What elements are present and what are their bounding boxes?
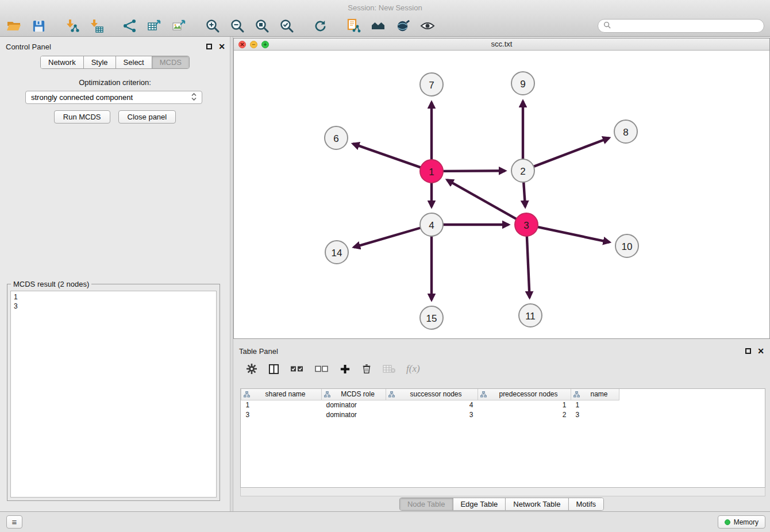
mcds-result-list: 1 3: [10, 291, 217, 498]
node-3[interactable]: 3: [515, 213, 538, 236]
column-header-shared-name[interactable]: shared name: [241, 389, 322, 400]
zoom-in-icon[interactable]: [205, 18, 221, 34]
tab-edge-table[interactable]: Edge Table: [453, 498, 506, 510]
import-network-from-file-icon[interactable]: [64, 18, 80, 34]
tab-node-table[interactable]: Node Table: [400, 498, 453, 510]
node-9[interactable]: 9: [511, 72, 534, 95]
unselect-all-columns-icon[interactable]: [315, 362, 329, 376]
tab-motifs[interactable]: Motifs: [568, 498, 603, 510]
memory-status-icon: [725, 519, 730, 525]
node-label: 4: [429, 220, 434, 231]
network-view-window: ✕ − + scc.txt 7968124314101511: [233, 38, 770, 339]
mcds-result-title: MCDS result (2 nodes): [11, 280, 91, 288]
save-session-icon[interactable]: [30, 18, 47, 34]
export-table-icon[interactable]: [147, 18, 163, 34]
close-table-panel-icon[interactable]: ✕: [757, 347, 764, 355]
delete-column-icon[interactable]: [361, 362, 372, 376]
node-14[interactable]: 14: [325, 241, 348, 264]
node-label: 2: [520, 166, 525, 177]
clipboard-share-icon[interactable]: [345, 18, 361, 34]
gear-icon[interactable]: [246, 362, 257, 376]
dropdown-stepper-icon: [191, 92, 197, 103]
node-6[interactable]: 6: [325, 126, 348, 149]
table-row[interactable]: 3 dominator 3 2 3: [241, 410, 619, 419]
function-builder-icon[interactable]: f(x): [406, 362, 420, 376]
run-mcds-button[interactable]: Run MCDS: [54, 110, 110, 124]
node-10[interactable]: 10: [615, 234, 638, 257]
close-panel-icon[interactable]: ✕: [218, 43, 225, 51]
node-label: 9: [520, 79, 525, 90]
optimization-criterion-label: Optimization criterion:: [0, 78, 230, 87]
tab-select[interactable]: Select: [116, 56, 152, 68]
sort-icon: [480, 391, 487, 399]
column-header-successor-nodes[interactable]: successor nodes: [386, 389, 478, 400]
list-icon: ≡: [12, 517, 17, 527]
tab-mcds[interactable]: MCDS: [152, 56, 189, 68]
column-layout-icon[interactable]: [268, 362, 279, 376]
network-from-selection-icon[interactable]: [122, 18, 138, 34]
style-sphere-icon[interactable]: [395, 18, 411, 34]
window-titlebar: Session: New Session: [0, 0, 770, 16]
mcds-result-box: MCDS result (2 nodes) 1 3: [7, 284, 220, 501]
node-7[interactable]: 7: [420, 73, 443, 96]
edge-1-2[interactable]: [442, 171, 505, 171]
node-label: 1: [429, 167, 434, 178]
memory-button[interactable]: Memory: [718, 515, 765, 529]
application-window: Session: New Session: [0, 0, 770, 532]
edge-3-10[interactable]: [537, 227, 610, 242]
edge-2-3[interactable]: [523, 181, 525, 207]
sort-icon: [388, 391, 395, 399]
edge-4-14[interactable]: [354, 228, 422, 247]
export-image-icon[interactable]: [171, 18, 187, 34]
node-4[interactable]: 4: [420, 213, 443, 236]
edge-3-1[interactable]: [447, 180, 517, 219]
zoom-fit-icon[interactable]: [254, 18, 270, 34]
network-window-titlebar: ✕ − + scc.txt: [234, 38, 769, 51]
node-8[interactable]: 8: [614, 120, 637, 143]
float-panel-icon[interactable]: [206, 44, 212, 49]
criterion-dropdown[interactable]: strongly connected component: [25, 91, 202, 104]
edge-3-11[interactable]: [527, 235, 530, 298]
tab-network-table[interactable]: Network Table: [506, 498, 568, 510]
right-area: ✕ − + scc.txt 7968124314101511: [233, 37, 770, 511]
import-table-from-file-icon[interactable]: [88, 18, 105, 34]
zoom-selected-icon[interactable]: [279, 18, 295, 34]
delete-table-icon[interactable]: [383, 362, 395, 376]
table-toolbar: f(x): [246, 359, 420, 379]
task-history-button[interactable]: ≡: [6, 515, 22, 529]
maximize-window-icon[interactable]: +: [261, 41, 269, 48]
add-column-icon[interactable]: [340, 362, 351, 376]
close-panel-button[interactable]: Close panel: [118, 110, 176, 124]
table-row[interactable]: 1 dominator 4 1 1: [241, 400, 619, 410]
network-canvas-area[interactable]: 7968124314101511: [234, 51, 769, 338]
column-header-name[interactable]: name: [571, 389, 619, 400]
open-folder-icon[interactable]: [6, 18, 22, 34]
node-label: 10: [622, 241, 633, 252]
edge-2-8[interactable]: [533, 138, 609, 167]
edge-1-6[interactable]: [353, 144, 422, 168]
node-11[interactable]: 11: [519, 304, 542, 327]
column-header-predecessor-nodes[interactable]: predecessor nodes: [478, 389, 571, 400]
minimize-window-icon[interactable]: −: [250, 41, 257, 48]
show-hide-eye-icon[interactable]: [419, 18, 436, 34]
zoom-out-icon[interactable]: [229, 18, 245, 34]
tab-network[interactable]: Network: [41, 56, 84, 68]
tab-style[interactable]: Style: [84, 56, 116, 68]
search-input[interactable]: [614, 22, 759, 30]
node-2[interactable]: 2: [511, 159, 534, 182]
table-panel-tabs: Node Table Edge Table Network Table Moti…: [399, 498, 604, 511]
status-bar: ≡ Memory: [0, 511, 770, 532]
table-header-row: shared name MCDS role successor nodes pr…: [241, 389, 619, 400]
search-field[interactable]: [598, 19, 764, 33]
horizontal-scrollbar[interactable]: [240, 488, 765, 496]
sort-icon: [244, 391, 250, 399]
column-header-mcds-role[interactable]: MCDS role: [322, 389, 386, 400]
close-window-icon[interactable]: ✕: [238, 41, 246, 48]
node-15[interactable]: 15: [420, 306, 443, 329]
node-1[interactable]: 1: [420, 160, 443, 183]
select-all-columns-icon[interactable]: [290, 362, 304, 376]
home-pages-icon[interactable]: [370, 18, 386, 34]
network-window-title: scc.txt: [234, 38, 769, 50]
refresh-layout-icon[interactable]: [312, 18, 328, 34]
float-table-panel-icon[interactable]: [745, 348, 751, 354]
